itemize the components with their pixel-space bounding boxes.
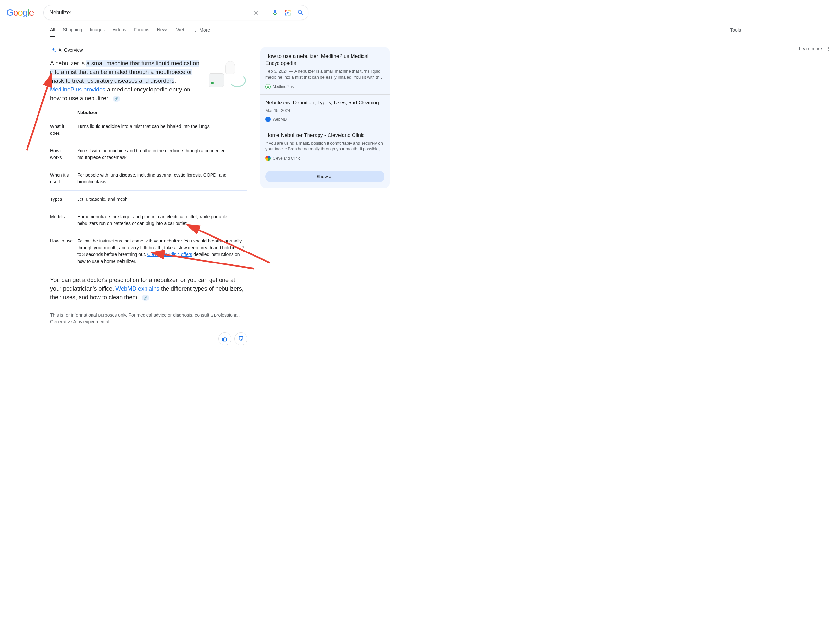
thumbs-down-button[interactable]: [235, 332, 248, 345]
ai-overview-paragraph-2: You can get a doctor's prescription for …: [50, 276, 248, 302]
google-logo[interactable]: Google: [6, 8, 34, 18]
tab-videos[interactable]: Videos: [113, 27, 127, 37]
ai-overview-text: A nebulizer is a small machine that turn…: [50, 59, 202, 103]
favicon-icon: [265, 84, 271, 89]
show-all-button[interactable]: Show all: [265, 171, 384, 182]
source-date: Mar 15, 2024: [265, 108, 384, 113]
sparkle-icon: [50, 47, 56, 53]
svg-point-8: [287, 12, 289, 14]
table-row: What it doesTurns liquid medicine into a…: [50, 118, 248, 142]
medlineplus-link[interactable]: MedlinePlus provides: [50, 86, 105, 93]
sources-panel: How to use a nebulizer: MedlinePlus Medi…: [260, 47, 390, 188]
overview-menu-icon[interactable]: ⋮: [827, 46, 831, 51]
svg-line-9: [27, 74, 51, 150]
nebulizer-image: [209, 61, 248, 90]
learn-more-link[interactable]: Learn more: [799, 46, 822, 51]
citation-icon[interactable]: 🔗: [113, 96, 120, 101]
search-bar: [43, 5, 309, 20]
webmd-link[interactable]: WebMD explains: [116, 286, 159, 292]
source-title: Nebulizers: Definition, Types, Uses, and…: [265, 99, 384, 106]
source-desc: If you are using a mask, position it com…: [265, 140, 384, 152]
source-title: Home Nebulizer Therapy - Cleveland Clini…: [265, 132, 384, 139]
search-input[interactable]: [50, 10, 253, 16]
source-desc: Feb 3, 2024 — A nebulizer is a small mac…: [265, 69, 384, 80]
source-card[interactable]: How to use a nebulizer: MedlinePlus Medi…: [260, 53, 390, 95]
svg-rect-3: [290, 10, 291, 12]
info-table: What it doesTurns liquid medicine into a…: [50, 118, 248, 270]
source-site: MedlinePlus: [273, 84, 294, 89]
table-row: How to use Follow the instructions that …: [50, 233, 248, 270]
tab-web[interactable]: Web: [176, 27, 186, 37]
table-row: ModelsHome nebulizers are larger and plu…: [50, 208, 248, 233]
disclaimer-text: This is for informational purposes only.…: [50, 312, 248, 325]
table-row: TypesJet, ultrasonic, and mesh: [50, 191, 248, 208]
tab-all[interactable]: All: [50, 27, 55, 37]
search-icon[interactable]: [297, 9, 304, 16]
tab-more[interactable]: ⋮More: [193, 27, 210, 37]
clear-icon[interactable]: [253, 10, 259, 16]
source-menu-icon[interactable]: ⋮: [381, 156, 385, 162]
tab-news[interactable]: News: [157, 27, 169, 37]
tab-shopping[interactable]: Shopping: [63, 27, 82, 37]
citation-icon[interactable]: 🔗: [142, 295, 150, 301]
source-site: Cleveland Clinic: [273, 156, 301, 161]
info-table-title: Nebulizer: [77, 110, 248, 115]
svg-rect-7: [290, 13, 291, 15]
source-card[interactable]: Nebulizers: Definition, Types, Uses, and…: [260, 99, 390, 127]
lens-icon[interactable]: [284, 9, 291, 16]
source-title: How to use a nebulizer: MedlinePlus Medi…: [265, 53, 384, 67]
ai-overview-label: AI Overview: [58, 48, 83, 53]
tab-forums[interactable]: Forums: [134, 27, 149, 37]
tools-button[interactable]: Tools: [730, 27, 833, 37]
table-row: When it's usedFor people with lung disea…: [50, 167, 248, 191]
svg-rect-1: [285, 10, 286, 12]
tab-images[interactable]: Images: [90, 27, 105, 37]
source-menu-icon[interactable]: ⋮: [381, 85, 385, 90]
thumbs-up-button[interactable]: [218, 332, 231, 345]
voice-search-icon[interactable]: [271, 9, 278, 16]
favicon-icon: [265, 156, 271, 161]
source-site: WebMD: [273, 117, 286, 122]
cleveland-clinic-link[interactable]: Cleveland Clinic offers: [147, 252, 192, 257]
source-card[interactable]: Home Nebulizer Therapy - Cleveland Clini…: [260, 132, 390, 167]
table-row: How it worksYou sit with the machine and…: [50, 142, 248, 167]
source-menu-icon[interactable]: ⋮: [381, 117, 385, 122]
favicon-icon: [265, 117, 271, 122]
svg-rect-5: [285, 13, 286, 15]
